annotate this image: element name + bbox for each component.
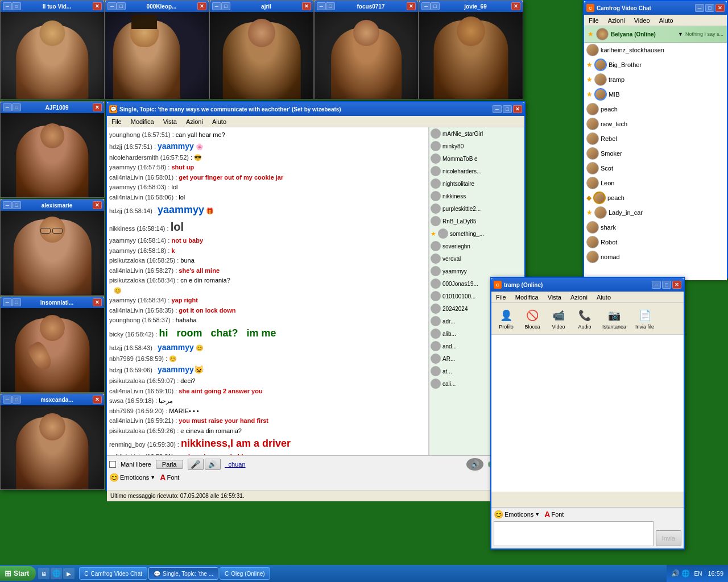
cf-user-peach2[interactable]: ◆ peach: [584, 190, 727, 205]
left-win-ajf[interactable]: ─ □ AJF1009 ✕: [0, 101, 105, 198]
cf-user-newtech[interactable]: new_tech: [584, 117, 727, 131]
close-ajf[interactable]: ✕: [93, 103, 102, 111]
cf-menu-aiuto[interactable]: Aiuto: [657, 16, 676, 24]
menu-modifica[interactable]: Modifica: [129, 118, 156, 126]
close-insom[interactable]: ✕: [93, 298, 102, 306]
user-item-4[interactable]: nicoleharders...: [429, 165, 524, 177]
profilo-btn[interactable]: 👤 Profilo: [494, 305, 519, 332]
maximize-msx[interactable]: □: [12, 396, 21, 404]
cf-user-mib[interactable]: ★ MIB: [584, 87, 727, 102]
mic-icon[interactable]: 🎤: [188, 459, 204, 470]
tramp-emoticons-btn[interactable]: 😊 Emoticons ▼: [494, 510, 540, 519]
menu-file[interactable]: File: [109, 118, 124, 126]
maximize-btn-3[interactable]: □: [221, 2, 230, 10]
minimize-btn[interactable]: ─: [3, 2, 12, 10]
chuan-link[interactable]: _chuan: [225, 461, 246, 468]
tramp-chat-area[interactable]: [491, 335, 684, 492]
tramp-message-input[interactable]: [494, 521, 653, 546]
taskbar-btn-camfrog[interactable]: C Camfrog Video Chat: [79, 567, 147, 580]
chat-close[interactable]: ✕: [513, 105, 522, 113]
user-item-7[interactable]: purpleskittle2...: [429, 202, 524, 215]
user-item-6[interactable]: nikkiness: [429, 190, 524, 202]
user-item-11[interactable]: yaammyy: [429, 265, 524, 277]
minimize-ajf[interactable]: ─: [3, 103, 12, 111]
emoticons-btn[interactable]: 😊 Emoticons ▼: [109, 473, 155, 482]
tramp-menu-vista[interactable]: Vista: [545, 293, 564, 301]
maximize-ajf[interactable]: □: [12, 103, 21, 111]
menu-azioni[interactable]: Azioni: [184, 118, 205, 126]
close-btn-3[interactable]: ✕: [302, 2, 311, 10]
cf-user-tramp[interactable]: ★ tramp: [584, 72, 727, 87]
chat-minimize[interactable]: ─: [493, 105, 502, 113]
close-btn-2[interactable]: ✕: [197, 2, 206, 10]
maximize-alexi[interactable]: □: [12, 201, 21, 209]
video-window-4[interactable]: ─ □ focus0717 ✕: [314, 0, 419, 99]
taskbar-btn-single[interactable]: 💬 Single, Topic: 'the ...: [148, 567, 218, 580]
maximize-btn-5[interactable]: □: [431, 2, 440, 10]
cf-menu-file[interactable]: File: [586, 16, 601, 24]
close-alexi[interactable]: ✕: [93, 201, 102, 209]
left-win-insom[interactable]: ─ □ insomniati... ✕: [0, 296, 105, 393]
menu-aiuto[interactable]: Aiuto: [210, 118, 229, 126]
cf-user-ladyincar[interactable]: ★ Lady_in_car: [584, 205, 727, 220]
taskbar-btn-oleg[interactable]: C Oleg (Online): [220, 567, 270, 580]
minimize-alexi[interactable]: ─: [3, 201, 12, 209]
cf-user-nomad[interactable]: nomad: [584, 250, 727, 264]
cf-user-robot[interactable]: Robot: [584, 235, 727, 250]
tramp-maximize[interactable]: □: [662, 281, 671, 289]
minimize-btn-3[interactable]: ─: [212, 2, 221, 10]
tramp-font-btn[interactable]: A Font: [544, 510, 564, 519]
minimize-btn-4[interactable]: ─: [317, 2, 326, 10]
chat-maximize[interactable]: □: [503, 105, 512, 113]
cf-user-rebel[interactable]: Rebel: [584, 131, 727, 146]
user-item-1[interactable]: mArNie_starGirl: [429, 127, 524, 140]
left-win-msx[interactable]: ─ □ msxcanda... ✕: [0, 393, 105, 490]
mani-libere-checkbox[interactable]: [109, 461, 116, 468]
cf-user-scot[interactable]: Scot: [584, 161, 727, 176]
user-item-8[interactable]: RnB_LaDy85: [429, 215, 524, 227]
left-win-alexi[interactable]: ─ □ alexismarie ✕: [0, 199, 105, 296]
tramp-menu-azioni[interactable]: Azioni: [568, 293, 590, 301]
video-btn[interactable]: 📹 Video: [546, 305, 571, 332]
user-item-9[interactable]: soverieghn: [429, 240, 524, 252]
inviafile-btn[interactable]: 📄 Invia file: [631, 305, 658, 332]
tramp-menu-aiuto[interactable]: Aiuto: [594, 293, 613, 301]
cf-menu-video[interactable]: Video: [632, 16, 652, 24]
tramp-send-btn[interactable]: Invia: [656, 530, 681, 546]
maximize-btn-4[interactable]: □: [326, 2, 335, 10]
minimize-msx[interactable]: ─: [3, 396, 12, 404]
blocca-btn[interactable]: 🚫 Blocca: [520, 305, 545, 332]
parla-button[interactable]: Parla: [156, 460, 183, 469]
audio-btn[interactable]: 📞 Audio: [572, 305, 597, 332]
cf-user-peach1[interactable]: peach: [584, 102, 727, 117]
user-item-3[interactable]: MommaToB e: [429, 152, 524, 165]
user-item-5[interactable]: nightsolitaire: [429, 177, 524, 190]
maximize-btn[interactable]: □: [12, 2, 21, 10]
tramp-close[interactable]: ✕: [672, 281, 681, 289]
cf-dropdown-icon[interactable]: ▼: [678, 31, 683, 37]
cf-user-bigbrother[interactable]: ★ Big_Brother: [584, 57, 727, 72]
video-window-3[interactable]: ─ □ ajril ✕: [209, 0, 314, 99]
cf-maximize[interactable]: □: [705, 4, 714, 12]
cf-current-user[interactable]: ★ Belyana (Online) ▼ Nothing I say s...: [584, 26, 727, 43]
cf-close[interactable]: ✕: [715, 4, 725, 12]
tramp-menu-file[interactable]: File: [494, 293, 508, 301]
tramp-menu-modifica[interactable]: Modifica: [513, 293, 541, 301]
ie-icon[interactable]: 🌐: [51, 568, 62, 579]
media-icon[interactable]: ▶: [63, 568, 75, 579]
minimize-btn-2[interactable]: ─: [107, 2, 117, 10]
maximize-insom[interactable]: □: [12, 298, 21, 306]
tramp-minimize[interactable]: ─: [652, 281, 661, 289]
video-window-1[interactable]: ─ □ Il tuo Vid... ✕: [0, 0, 105, 99]
cf-menu-azioni[interactable]: Azioni: [606, 16, 627, 24]
user-item-star[interactable]: ★something_...: [429, 227, 524, 240]
cf-user-karlheinz[interactable]: karlheinz_stockhausen: [584, 43, 727, 57]
close-btn-5[interactable]: ✕: [511, 2, 520, 10]
user-item-10[interactable]: veroval: [429, 252, 524, 265]
maximize-btn-2[interactable]: □: [117, 2, 126, 10]
cf-user-leon[interactable]: Leon: [584, 176, 727, 190]
cf-user-shark[interactable]: shark: [584, 220, 727, 235]
close-btn[interactable]: ✕: [93, 2, 102, 10]
chat-messages-area[interactable]: younghong (16:57:51) : can yall hear me?…: [107, 127, 429, 455]
menu-vista[interactable]: Vista: [161, 118, 179, 126]
